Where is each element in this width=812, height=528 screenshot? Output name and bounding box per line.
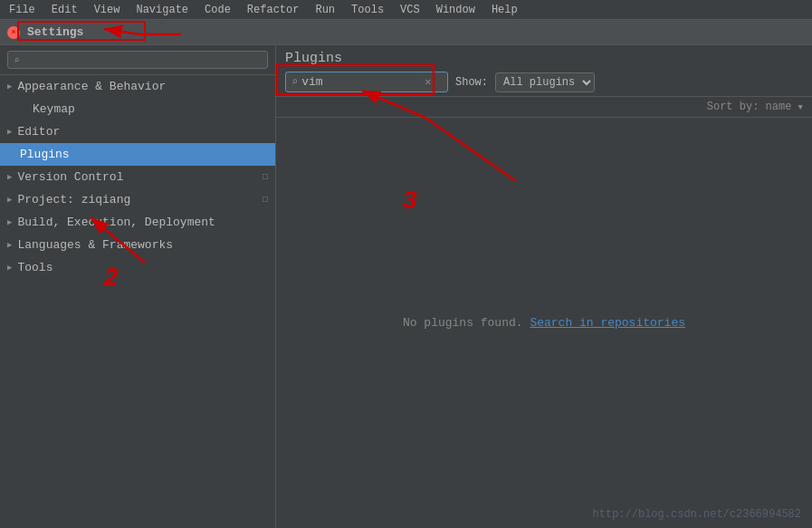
plugin-search-icon: ⌕ (291, 75, 298, 89)
sidebar-item-label: Appearance & Behavior (17, 80, 166, 93)
plugins-header: Plugins ⌕ ✕ Show: All plugins Enabled Di… (276, 45, 812, 97)
sidebar-item-appearance[interactable]: ▶ Appearance & Behavior (0, 75, 275, 98)
menu-tools[interactable]: Tools (348, 2, 387, 18)
plugin-search-input[interactable] (301, 75, 419, 89)
sidebar-item-label: Tools (17, 261, 53, 274)
menu-run[interactable]: Run (311, 2, 339, 18)
sidebar-search-container: ⌕ (0, 45, 275, 75)
expand-icon: ▶ (7, 263, 12, 273)
sort-row: Sort by: name ▼ (276, 97, 812, 118)
plugin-search-row: ⌕ ✕ Show: All plugins Enabled Disabled B… (285, 72, 803, 92)
main-content: ⌕ ▶ Appearance & Behavior Keymap ▶ Edito… (0, 45, 812, 528)
sidebar-item-label: Languages & Frameworks (17, 238, 173, 252)
expand-icon: ▶ (7, 82, 12, 91)
sort-label: Sort by: (707, 101, 759, 113)
plugin-search-clear-button[interactable]: ✕ (423, 75, 433, 89)
sidebar-item-languages[interactable]: ▶ Languages & Frameworks (0, 234, 275, 256)
menu-code[interactable]: Code (201, 2, 234, 18)
sidebar-item-editor[interactable]: ▶ Editor (0, 120, 275, 143)
sidebar-item-keymap[interactable]: Keymap (0, 98, 275, 120)
title-bar: × Settings (0, 20, 812, 45)
sidebar-item-label: Plugins (20, 148, 70, 161)
close-button[interactable]: × (7, 26, 20, 39)
expand-icon: ▶ (7, 127, 12, 137)
sidebar-item-version-control[interactable]: ▶ Version Control □ (0, 166, 275, 188)
plugin-list-area: No plugins found. Search in repositories (276, 118, 812, 528)
sidebar-item-build[interactable]: ▶ Build, Execution, Deployment (0, 211, 275, 234)
plugin-search-box[interactable]: ⌕ ✕ (285, 72, 448, 92)
sidebar-search-box[interactable]: ⌕ (7, 51, 268, 69)
project-badge: □ (263, 195, 268, 205)
sidebar-item-label: Project: ziqiang (17, 193, 130, 206)
menu-bar: File Edit View Navigate Code Refactor Ru… (0, 0, 812, 20)
sidebar-item-label: Keymap (33, 102, 75, 116)
expand-icon: ▶ (7, 240, 12, 250)
expand-icon: ▶ (7, 217, 12, 227)
version-control-badge: □ (263, 172, 268, 182)
menu-edit[interactable]: Edit (48, 2, 81, 18)
sidebar-search-input[interactable] (24, 53, 262, 66)
menu-refactor[interactable]: Refactor (244, 2, 303, 18)
watermark: http://blog.csdn.net/c2366994582 (593, 508, 801, 521)
window-title: Settings (27, 25, 83, 39)
sort-value[interactable]: name (766, 101, 792, 113)
menu-file[interactable]: File (5, 2, 39, 18)
menu-window[interactable]: Window (433, 2, 479, 18)
show-dropdown[interactable]: All plugins Enabled Disabled Bundled Cus… (495, 72, 595, 92)
sidebar-item-tools[interactable]: ▶ Tools (0, 256, 275, 279)
right-panel: Plugins ⌕ ✕ Show: All plugins Enabled Di… (276, 45, 812, 528)
menu-help[interactable]: Help (488, 2, 521, 18)
show-label: Show: (455, 76, 488, 89)
settings-window: × Settings ⌕ ▶ Appearance & Behavior Key… (0, 20, 812, 528)
sidebar-item-label: Editor (17, 125, 60, 139)
sidebar-item-label: Build, Execution, Deployment (17, 216, 215, 229)
sidebar-item-project[interactable]: ▶ Project: ziqiang □ (0, 188, 275, 211)
sidebar-item-label: Version Control (17, 170, 123, 184)
expand-icon: ▶ (7, 172, 12, 182)
menu-vcs[interactable]: VCS (396, 2, 424, 18)
search-repositories-link[interactable]: Search in repositories (530, 316, 685, 330)
plugins-title: Plugins (285, 51, 803, 66)
sidebar-item-plugins[interactable]: Plugins (0, 143, 275, 166)
menu-view[interactable]: View (91, 2, 124, 18)
sidebar: ⌕ ▶ Appearance & Behavior Keymap ▶ Edito… (0, 45, 276, 528)
sort-dropdown-icon[interactable]: ▼ (798, 103, 803, 112)
menu-navigate[interactable]: Navigate (132, 2, 192, 18)
no-plugins-text: No plugins found. (403, 316, 523, 330)
expand-icon: ▶ (7, 195, 12, 205)
sidebar-search-icon: ⌕ (14, 54, 20, 66)
